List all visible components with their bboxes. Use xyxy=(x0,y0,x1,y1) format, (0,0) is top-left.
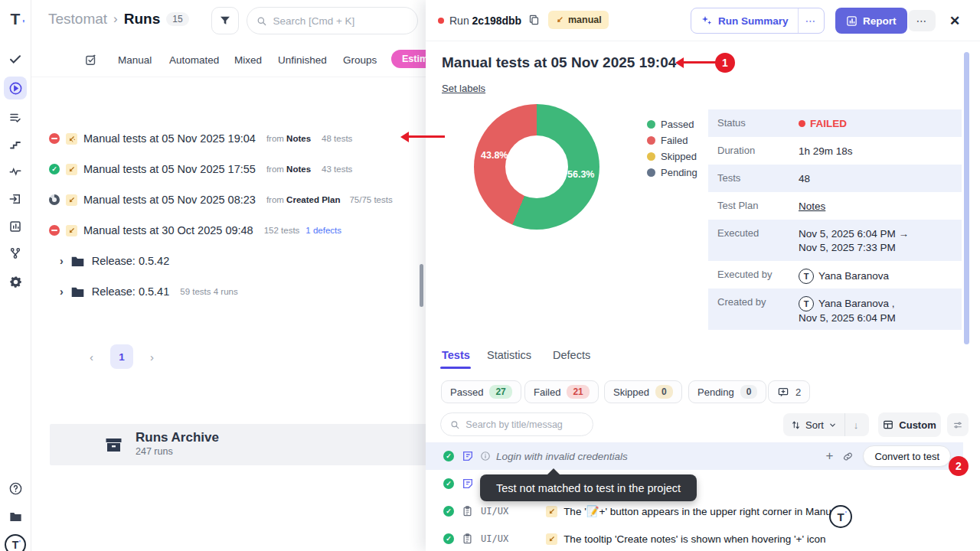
chevron-right-icon[interactable]: › xyxy=(60,285,64,298)
custom-view-button[interactable]: Custom xyxy=(878,412,941,437)
select-runs-icon[interactable] xyxy=(84,54,97,67)
legend-skipped: Skipped xyxy=(647,151,697,162)
testomat-logo[interactable]: T' xyxy=(4,8,27,31)
steps-nav-icon[interactable] xyxy=(4,133,27,156)
add-icon[interactable]: + xyxy=(826,448,834,464)
skipped-count: 0 xyxy=(655,385,673,399)
tab-tests[interactable]: Tests xyxy=(442,349,470,361)
close-icon: ✕ xyxy=(949,13,960,29)
tab-defects[interactable]: Defects xyxy=(553,349,590,361)
help-icon[interactable] xyxy=(4,477,27,500)
prev-page-icon[interactable]: ‹ xyxy=(90,350,93,364)
status-passed-icon: ✓ xyxy=(443,451,454,461)
pulse-nav-icon[interactable] xyxy=(4,160,27,183)
tab-mixed[interactable]: Mixed xyxy=(234,54,262,66)
close-panel-button[interactable]: ✕ xyxy=(945,11,965,31)
run-source: Notes xyxy=(286,165,311,174)
columns-settings-button[interactable] xyxy=(947,413,969,436)
sort-button[interactable]: Sort xyxy=(783,419,844,431)
info-row-tests: Tests 48 xyxy=(708,165,962,192)
run-title: Manual tests at 05 Nov 2025 17:55 xyxy=(83,163,256,175)
failed-dot xyxy=(799,120,805,127)
test-row-case[interactable]: ✓ UI/UX The '📝+' button appears in the u… xyxy=(426,497,963,525)
test-row-note[interactable]: ✓ Login with invalid credentials + Conve… xyxy=(426,442,963,470)
runs-search-input[interactable] xyxy=(273,15,408,27)
run-row[interactable]: Manual tests at 05 Nov 2025 08:23 from C… xyxy=(49,191,426,208)
run-summary-more-button[interactable]: ⋯ xyxy=(798,8,824,33)
runs-nav-icon[interactable] xyxy=(4,77,27,99)
run-tests-count: 75/75 tests xyxy=(349,195,392,204)
run-row[interactable]: ✓ Manual tests at 05 Nov 2025 17:55 from… xyxy=(49,161,426,178)
report-button[interactable]: Report xyxy=(835,8,907,34)
report-chart-icon xyxy=(846,15,858,27)
link-icon[interactable] xyxy=(842,451,854,462)
clipboard-icon xyxy=(462,505,473,517)
breadcrumb-project[interactable]: Testomat xyxy=(48,11,107,28)
checks-nav-icon[interactable] xyxy=(4,47,27,70)
donut-passed-label: 56.3% xyxy=(567,169,594,180)
list-check-nav-icon[interactable] xyxy=(4,106,27,129)
chevron-right-icon[interactable]: › xyxy=(60,255,64,267)
manual-spark-icon xyxy=(555,15,564,24)
runs-archive-card[interactable]: Runs Archive 247 runs xyxy=(50,424,449,465)
convert-to-test-button[interactable]: Convert to test xyxy=(863,445,951,467)
filter-pill-failed[interactable]: Failed21 xyxy=(524,380,599,403)
legend-pending: Pending xyxy=(647,167,697,178)
tests-search-input[interactable] xyxy=(466,419,583,430)
status-passed-icon: ✓ xyxy=(443,506,454,517)
branch-nav-icon[interactable] xyxy=(4,242,27,265)
release-folder-row[interactable]: › Release: 0.5.42 xyxy=(60,253,427,269)
copy-icon[interactable] xyxy=(528,14,540,26)
filter-pill-skipped[interactable]: Skipped0 xyxy=(604,380,682,403)
tab-unfinished[interactable]: Unfinished xyxy=(278,54,327,66)
logo-letter: T xyxy=(11,10,21,28)
report-nav-icon[interactable] xyxy=(4,215,27,238)
runs-search[interactable] xyxy=(247,7,418,34)
detail-scrollbar[interactable] xyxy=(964,52,969,344)
docs-folder-icon[interactable] xyxy=(4,505,27,528)
tab-statistics[interactable]: Statistics xyxy=(487,349,531,361)
release-folder-row[interactable]: › Release: 0.5.41 59 tests 4 runs xyxy=(60,283,427,300)
tab-manual[interactable]: Manual xyxy=(118,54,152,66)
sort-direction-button[interactable]: ↓ xyxy=(845,419,867,431)
test-row-case[interactable]: ✓ UI/UX The tooltip 'Create notes' is sh… xyxy=(426,525,963,551)
manual-run-icon xyxy=(66,194,77,206)
run-tests-count: 152 tests xyxy=(264,226,300,235)
filter-pill-comments[interactable]: 2 xyxy=(768,380,810,403)
import-nav-icon[interactable] xyxy=(4,187,27,210)
tests-search[interactable] xyxy=(440,412,593,436)
user-avatar-icon: T xyxy=(799,296,814,311)
run-title: Manual tests at 05 Nov 2025 19:04 xyxy=(83,132,256,145)
passed-count: 27 xyxy=(489,385,511,399)
search-icon xyxy=(256,15,266,27)
legend-passed: Passed xyxy=(647,119,694,130)
filter-pill-pending[interactable]: Pending0 xyxy=(688,380,766,403)
duration-value: 1h 29m 18s xyxy=(794,137,853,165)
archive-count: 247 runs xyxy=(136,446,173,457)
next-page-icon[interactable]: › xyxy=(150,350,154,364)
note-icon xyxy=(462,450,474,462)
user-avatar[interactable]: T' xyxy=(4,533,27,551)
annotation-arrow xyxy=(683,61,717,64)
breadcrumb-section: Runs xyxy=(124,11,161,28)
run-defects-link[interactable]: 1 defects xyxy=(305,226,341,235)
run-summary-button[interactable]: Run Summary ⋯ xyxy=(691,8,825,34)
left-scrollbar[interactable] xyxy=(420,264,423,307)
run-row[interactable]: Manual tests at 30 Oct 2025 09:48 152 te… xyxy=(49,222,426,239)
filter-button[interactable] xyxy=(211,7,239,34)
filter-pill-passed[interactable]: Passed27 xyxy=(441,380,521,403)
set-labels-link[interactable]: Set labels xyxy=(442,83,485,94)
status-inprogress-icon xyxy=(49,194,60,205)
breadcrumb: Testomat › Runs 15 xyxy=(48,11,189,28)
more-actions-button[interactable]: ⋯ xyxy=(908,10,936,31)
settings-gear-icon[interactable] xyxy=(4,270,27,293)
annotation-arrow-left xyxy=(408,135,445,138)
grid-icon xyxy=(883,419,893,430)
testplan-link[interactable]: Notes xyxy=(794,192,825,220)
test-tag: UI/UX xyxy=(481,506,508,517)
page-1-button[interactable]: 1 xyxy=(110,344,133,369)
donut-failed-label: 43.8% xyxy=(481,150,508,161)
tab-groups[interactable]: Groups xyxy=(343,54,377,66)
run-row[interactable]: Manual tests at 05 Nov 2025 19:04 from N… xyxy=(49,130,426,147)
tab-automated[interactable]: Automated xyxy=(169,54,219,66)
